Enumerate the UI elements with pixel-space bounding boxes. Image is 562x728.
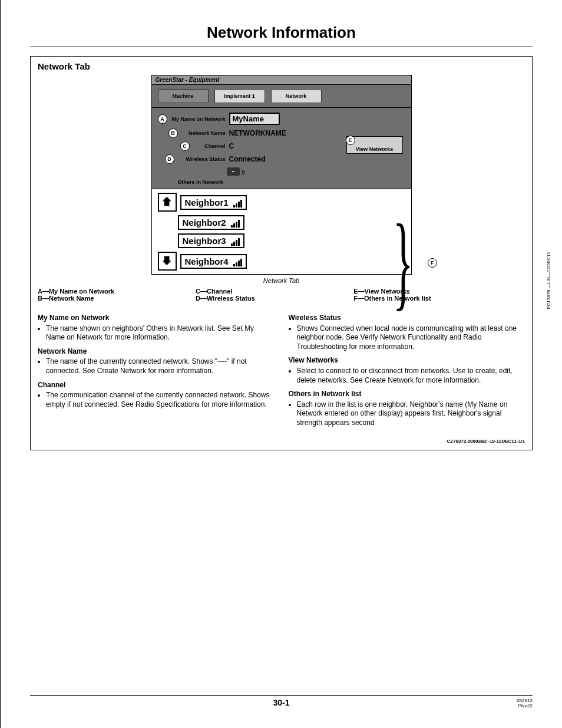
sub-heading: Channel [38, 381, 275, 390]
doc-id: CZ76372,00003B2 -19-12DEC11-1/1 [38, 439, 525, 444]
legend-item: E—View Networks [353, 288, 500, 295]
neighbor-name: Neighbor2 [183, 218, 226, 228]
page-footer: 30-1 052912 PN=22 [30, 695, 533, 709]
screenshot-wrap: PC13878 —UN—12DEC11 GreenStar - Equipmen… [38, 75, 525, 284]
callout-f: F [428, 258, 437, 268]
value-wstatus: Connected [229, 155, 266, 163]
field-area: A My Name on Network MyName B Network Na… [152, 108, 411, 189]
tab-machine[interactable]: Machine [158, 89, 209, 103]
neighbor-name: Neighbor3 [183, 236, 226, 246]
signal-icon [231, 238, 240, 246]
sub-heading: My Name on Network [38, 314, 275, 323]
signal-icon [233, 200, 242, 207]
neighbor-item[interactable]: Neighbor4 [180, 254, 247, 269]
body-text: The name shown on neighbors' Others in N… [46, 324, 275, 342]
neighbor-name: Neighbor4 [185, 256, 229, 266]
legend-item: F—Others in Network list [353, 295, 500, 302]
legend-item: D—Wireless Status [196, 295, 342, 302]
brace-icon: } [393, 209, 414, 315]
callout-c: C [180, 141, 190, 151]
callout-d: D [165, 154, 174, 164]
page-number: 30-1 [273, 698, 289, 707]
body-columns: My Name on Network The name shown on nei… [38, 309, 525, 433]
body-text: The communication channel of the current… [46, 391, 275, 409]
tab-bar: Machine Implement 1 Network [152, 85, 411, 108]
value-netname: NETWORKNAME [229, 129, 286, 137]
row-wstatus: D Wireless Status Connected [165, 154, 405, 164]
scroll-down-button[interactable]: 🡇 [158, 252, 177, 271]
callout-b: B [168, 129, 178, 138]
list-row: Neighbor3 [158, 233, 405, 248]
view-networks-button[interactable]: E View Networks [346, 136, 403, 154]
neighbor-name: Neighbor1 [185, 197, 229, 207]
label-wstatus: Wireless Status [177, 156, 226, 162]
neighbor-item[interactable]: Neighbor1 [180, 195, 247, 210]
device-header: GreenStar - Equipment [152, 75, 411, 85]
left-column: My Name on Network The name shown on nei… [38, 309, 275, 433]
signal-icon [231, 220, 240, 228]
row-wifi-icon [226, 167, 405, 176]
scroll-up-button[interactable]: 🡅 [158, 193, 177, 212]
footer-right: 052912 PN=22 [517, 698, 533, 709]
signal-icon [233, 259, 242, 266]
document-page: Network Information Network Tab PC13878 … [0, 0, 562, 728]
label-others: Others in Network [178, 179, 405, 185]
body-text: The name of the currently connected netw… [46, 357, 275, 375]
label-channel: Channel [192, 143, 226, 149]
wifi-icon [227, 167, 240, 176]
neighbors-list: 🡅 Neighbor1 Neighbor2 [152, 189, 411, 274]
page-title: Network Information [30, 24, 533, 42]
body-text: Select to connect to or disconnect from … [297, 367, 525, 385]
neighbor-item[interactable]: Neighbor2 [178, 215, 244, 230]
image-code: PC13878 —UN—12DEC11 [546, 252, 551, 309]
tab-network[interactable]: Network [271, 89, 322, 103]
list-row: 🡅 Neighbor1 [158, 193, 405, 212]
list-row: Neighbor2 [158, 215, 405, 230]
legend-item: A—My Name on Network [38, 288, 184, 295]
section-heading: Network Tab [38, 61, 525, 71]
legend-item: B—Network Name [38, 295, 184, 302]
list-row: 🡇 Neighbor4 [158, 252, 405, 271]
figure-caption: Network Tab [38, 277, 525, 284]
legend-item: C—Channel [196, 288, 342, 295]
callout-e: E [346, 136, 355, 145]
sub-heading: Others in Network list [289, 390, 525, 399]
right-column: Wireless Status Shows Connected when loc… [289, 309, 525, 433]
view-networks-label: View Networks [356, 146, 393, 152]
sub-heading: View Networks [289, 356, 525, 365]
label-myname: My Name on Network [170, 116, 226, 122]
device-screenshot: GreenStar - Equipment Machine Implement … [151, 75, 412, 275]
section-box: Network Tab PC13878 —UN—12DEC11 GreenSta… [30, 56, 533, 450]
tab-implement[interactable]: Implement 1 [214, 89, 265, 103]
legend: A—My Name on Network B—Network Name C—Ch… [38, 288, 525, 302]
sub-heading: Network Name [38, 347, 275, 357]
label-netname: Network Name [180, 130, 226, 136]
body-text: Shows Connected when local node is commu… [297, 324, 525, 352]
value-channel: C [229, 142, 234, 150]
title-underline [30, 47, 533, 47]
body-text: Each row in the list is one neighbor. Ne… [297, 400, 525, 428]
neighbor-item[interactable]: Neighbor3 [178, 233, 244, 248]
row-myname: A My Name on Network MyName [158, 113, 405, 125]
callout-a: A [158, 114, 167, 124]
input-myname[interactable]: MyName [229, 113, 280, 125]
